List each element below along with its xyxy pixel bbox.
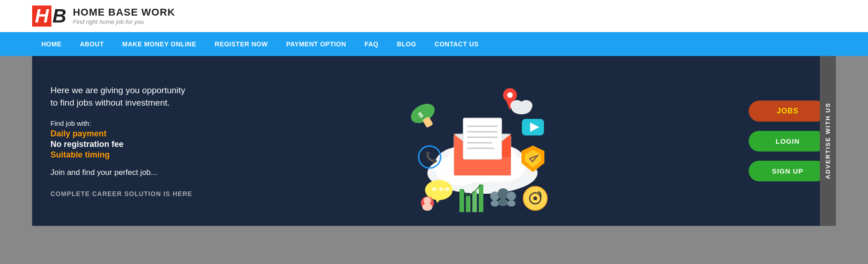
hero-join-text: Join and find your perfect job... bbox=[50, 168, 207, 177]
svg-rect-8 bbox=[454, 157, 511, 175]
nav-contact-us[interactable]: CONTACT US bbox=[426, 32, 488, 56]
login-button[interactable]: LOGIN bbox=[749, 131, 827, 152]
logo-b-letter: B bbox=[52, 6, 66, 26]
logo-subtitle: Find right home job for you bbox=[73, 18, 175, 25]
hero-suitable-timing: Suitable timing bbox=[50, 150, 207, 160]
illustration-svg: $ 📞 bbox=[386, 67, 579, 214]
nav-register-now[interactable]: REGISTER NOW bbox=[206, 32, 277, 56]
svg-point-48 bbox=[507, 92, 513, 98]
svg-point-40 bbox=[533, 197, 537, 200]
nav-faq[interactable]: FAQ bbox=[355, 32, 387, 56]
svg-point-27 bbox=[422, 203, 432, 211]
svg-point-51 bbox=[520, 100, 532, 111]
jobs-button[interactable]: JOBS bbox=[749, 101, 827, 122]
svg-point-24 bbox=[445, 187, 449, 191]
svg-point-36 bbox=[507, 191, 516, 201]
nav-make-money-online[interactable]: MAKE MONEY ONLINE bbox=[113, 32, 205, 56]
navbar: HOME ABOUT MAKE MONEY ONLINE REGISTER NO… bbox=[0, 32, 868, 56]
hero-no-reg-fee: No registration fee bbox=[50, 140, 207, 149]
hero-banner: Here we are giving you opportunityto fin… bbox=[32, 56, 836, 226]
header: H B HOME BASE WORK Find right home job f… bbox=[0, 0, 868, 32]
svg-rect-9 bbox=[463, 118, 502, 159]
logo-icon: H B bbox=[32, 6, 67, 27]
logo-h-letter: H bbox=[32, 6, 51, 27]
hero-daily-payment: Daily payment bbox=[50, 129, 207, 139]
svg-rect-31 bbox=[479, 185, 483, 212]
nav-home[interactable]: HOME bbox=[32, 32, 71, 56]
svg-point-15 bbox=[407, 100, 437, 127]
svg-point-22 bbox=[432, 187, 437, 191]
hero-illustration: $ 📞 bbox=[225, 56, 739, 226]
svg-point-33 bbox=[491, 200, 499, 207]
logo: H B HOME BASE WORK Find right home job f… bbox=[32, 6, 175, 27]
svg-point-34 bbox=[498, 188, 509, 199]
hero-career-text: COMPLETE CAREER SOLUTION IS HERE bbox=[50, 190, 207, 197]
nav-about[interactable]: ABOUT bbox=[71, 32, 113, 56]
svg-point-37 bbox=[507, 200, 515, 207]
hero-headline: Here we are giving you opportunityto fin… bbox=[50, 84, 207, 109]
hero-find-label: Find job with: bbox=[50, 119, 207, 127]
nav-blog[interactable]: BLOG bbox=[387, 32, 425, 56]
svg-marker-21 bbox=[435, 197, 442, 203]
svg-point-23 bbox=[439, 187, 443, 191]
hero-text-block: Here we are giving you opportunityto fin… bbox=[32, 56, 225, 226]
advertise-side-tab[interactable]: ADVERTISE WITH US bbox=[820, 56, 836, 226]
svg-rect-30 bbox=[472, 191, 477, 212]
svg-rect-29 bbox=[466, 196, 470, 212]
logo-text-block: HOME BASE WORK Find right home job for y… bbox=[73, 7, 175, 25]
logo-title: HOME BASE WORK bbox=[73, 7, 175, 18]
svg-rect-28 bbox=[459, 189, 464, 212]
signup-button[interactable]: SIGN UP bbox=[749, 161, 827, 181]
svg-point-35 bbox=[498, 199, 508, 206]
svg-point-26 bbox=[424, 197, 431, 204]
svg-text:📞: 📞 bbox=[425, 151, 438, 163]
nav-payment-option[interactable]: PAYMENT OPTION bbox=[277, 32, 355, 56]
